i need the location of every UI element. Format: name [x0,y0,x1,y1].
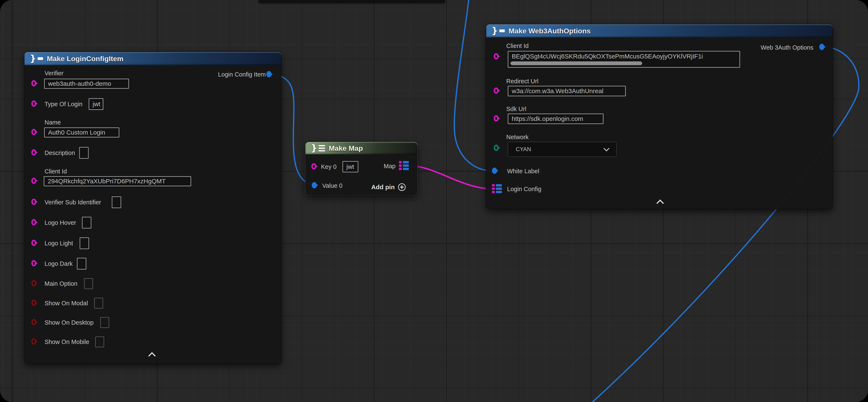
pin-login-config[interactable] [492,184,502,193]
pin-label-client-id: Client Id [44,168,67,175]
pin-label-verifier-sub-identifier: Verifier Sub Identifier [44,199,101,206]
input-client-id[interactable]: 294QRkchfq2YaXUbPri7D6PH7xzHgQMT [44,176,191,186]
pin-label-key-0: Key 0 [321,163,337,170]
wire-makemap-to-loginconfig[interactable] [410,166,494,189]
input-sdk-url[interactable]: https://sdk.openlogin.com [508,114,603,124]
pin-client-id[interactable] [494,53,499,59]
node-title: Make Web3AuthOptions [508,27,590,35]
pin-sdk-url[interactable] [494,115,499,121]
network-dropdown[interactable]: CYAN [508,142,617,157]
node-title: Make Map [329,144,363,152]
pin-network[interactable] [494,145,499,151]
pin-label-value-0: Value 0 [322,182,342,189]
input-logo-dark[interactable] [77,258,86,269]
pin-white-label[interactable] [492,168,497,174]
output-pin-label: Web 3Auth Options [761,44,813,51]
pin-show-on-modal[interactable] [31,299,36,306]
input-name[interactable]: Auth0 Custom Login [44,127,119,138]
input-verifier[interactable]: web3auth-auth0-demo [44,79,129,89]
make-struct-icon: } [492,27,505,35]
pin-label-verifier: Verifier [44,70,63,77]
pin-show-on-desktop[interactable] [31,319,36,325]
output-pin-map[interactable] [399,161,409,170]
pin-label-sdk-url: Sdk Url [506,106,526,113]
pin-description[interactable] [31,149,36,155]
pin-logo-light[interactable] [31,240,36,246]
node-title: Make LoginConfigItem [47,55,124,63]
client-id-text: BEglQSgt4cUWcj6SKRdu5QkOXTsePmMcusG5EAoy… [512,53,703,60]
input-description[interactable] [79,147,89,159]
input-verifier-sub-identifier[interactable] [112,196,121,208]
pin-label-logo-dark: Logo Dark [44,260,73,267]
screenshot-frame: } Make LoginConfigItem Login Config Item… [0,0,868,402]
pin-label-redirect-url: Redirect Url [506,78,538,85]
pin-client-id[interactable] [31,178,36,184]
pin-label-network: Network [506,134,529,141]
chevron-down-icon [603,145,610,151]
node-header-make-loginconfigitem[interactable]: } Make LoginConfigItem [24,52,281,65]
pin-label-show-on-modal: Show On Modal [44,300,88,307]
offscreen-node-bottom-edge [258,0,445,3]
checkbox-main-option[interactable] [84,278,93,289]
collapse-chevron-icon[interactable] [656,200,664,207]
output-pin-label: Login Config Item [218,71,266,78]
node-make-loginconfigitem[interactable]: } Make LoginConfigItem Login Config Item… [24,52,281,364]
pin-redirect-url[interactable] [494,87,499,94]
pin-type-of-login[interactable] [31,100,36,107]
pin-label-client-id: Client Id [506,42,529,50]
checkbox-show-on-modal[interactable] [94,298,103,309]
pin-value-0[interactable] [312,182,317,189]
add-pin-button[interactable]: Add pin [371,183,406,191]
node-header-make-web3authoptions[interactable]: } Make Web3AuthOptions [486,24,833,37]
pin-main-option[interactable] [31,280,36,286]
make-struct-icon: } [30,55,43,63]
checkbox-show-on-desktop[interactable] [100,317,109,328]
pin-logo-hover[interactable] [31,219,36,225]
pin-verifier-sub-identifier[interactable] [31,199,36,205]
input-logo-hover[interactable] [82,217,91,229]
output-pin-login-config-item[interactable] [267,71,271,77]
pin-label-white-label: White Label [507,168,539,175]
pin-show-on-mobile[interactable] [31,338,36,345]
pin-label-logo-light: Logo Light [44,240,73,247]
collapse-chevron-icon[interactable] [148,352,156,360]
add-pin-plus-icon [398,183,406,191]
network-dropdown-value: CYAN [516,146,531,153]
output-pin-label: Map [384,163,396,170]
input-type-of-login[interactable]: jwt [89,98,103,110]
input-redirect-url[interactable]: w3a://com.w3a.Web3AuthUnreal [508,86,626,96]
pin-label-description: Description [44,149,75,156]
pin-key-0[interactable] [311,163,316,169]
pin-label-type-of-login: Type Of Login [44,101,83,108]
input-key-0[interactable]: jwt [342,161,359,172]
node-make-web3authoptions[interactable]: } Make Web3AuthOptions Web 3Auth Options… [486,24,833,209]
pin-label-login-config: Login Config [507,185,541,193]
blueprint-graph-canvas[interactable]: } Make LoginConfigItem Login Config Item… [0,0,868,402]
input-client-id[interactable]: BEglQSgt4cUWcj6SKRdu5QkOXTsePmMcusG5EAoy… [508,51,740,68]
pin-label-show-on-desktop: Show On Desktop [44,319,94,326]
pin-name[interactable] [31,129,36,135]
output-pin-web3auth-options[interactable] [819,44,824,50]
pin-label-main-option: Main Option [44,280,77,287]
pin-label-name: Name [44,119,61,126]
add-pin-label: Add pin [371,183,395,191]
pin-label-logo-hover: Logo Hover [44,219,76,226]
input-logo-light[interactable] [80,237,89,249]
make-map-icon: } [311,144,325,152]
input-horizontal-scrollbar[interactable] [510,61,642,65]
checkbox-show-on-mobile[interactable] [95,336,104,347]
node-header-make-map[interactable]: } Make Map [305,142,417,154]
node-make-map[interactable]: } Make Map Key 0 jwt Map Value 0 Add pin [305,142,417,195]
pin-verifier[interactable] [31,80,36,86]
pin-label-show-on-mobile: Show On Mobile [44,339,89,345]
pin-logo-dark[interactable] [31,260,36,266]
